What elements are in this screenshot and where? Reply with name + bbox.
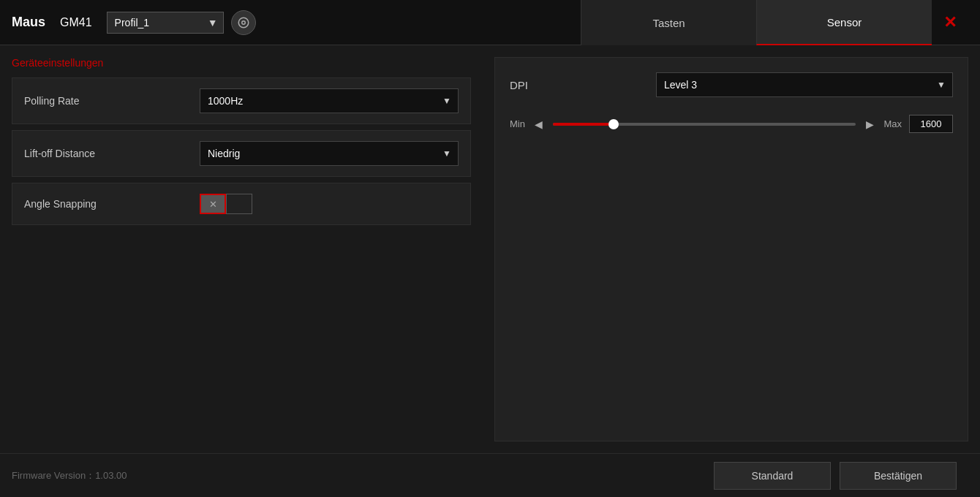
dpi-slider-fill [553,123,614,126]
liftoff-label: Lift-off Distance [24,148,200,159]
dpi-select-wrapper: Level 1 Level 2 Level 3 Level 4 Level 5 … [656,72,953,97]
svg-point-0 [238,18,249,28]
dpi-max-label: Max [883,118,902,129]
tabs: Tasten Sensor [581,0,932,45]
liftoff-row: Lift-off Distance Niedrig Mittel Hoch ▼ [12,130,471,177]
tab-tasten[interactable]: Tasten [581,0,756,45]
footer: Firmware Version：1.03.00 Standard Bestät… [0,453,980,497]
standard-button[interactable]: Standard [714,462,831,490]
main-content: Geräteeinstellungen Polling Rate 125Hz 2… [0,45,980,453]
toggle-off-button[interactable]: ✕ [200,194,226,214]
dpi-increase-button[interactable]: ▶ [863,118,876,131]
angle-snapping-label: Angle Snapping [24,198,200,210]
toggle-on-button[interactable] [226,194,252,214]
header: Maus GM41 Profil_1 Profil_2 Profil_3 ▼ T… [0,0,980,45]
close-button[interactable]: ✕ [932,0,968,45]
left-panel: Geräteeinstellungen Polling Rate 125Hz 2… [0,45,483,453]
dpi-decrease-button[interactable]: ◀ [532,118,546,131]
dpi-header: DPI Level 1 Level 2 Level 3 Level 4 Leve… [510,72,953,97]
dpi-slider-row: Min ◀ ▶ Max [510,115,953,133]
profile-select[interactable]: Profil_1 Profil_2 Profil_3 [107,12,224,34]
toggle-x-icon: ✕ [209,199,217,210]
polling-rate-select[interactable]: 125Hz 250Hz 500Hz 1000Hz [200,88,459,113]
right-panel: DPI Level 1 Level 2 Level 3 Level 4 Leve… [483,45,980,453]
dpi-level-select[interactable]: Level 1 Level 2 Level 3 Level 4 Level 5 [656,72,953,97]
liftoff-control: Niedrig Mittel Hoch ▼ [200,141,459,166]
firmware-version: Firmware Version：1.03.00 [12,469,714,482]
profile-select-wrapper: Profil_1 Profil_2 Profil_3 ▼ [107,12,224,34]
confirm-button[interactable]: Bestätigen [840,462,957,490]
toggle-wrapper: ✕ [200,194,459,214]
dpi-min-label: Min [510,118,525,129]
angle-snapping-control: ✕ [200,194,459,214]
svg-point-1 [241,20,245,24]
polling-rate-row: Polling Rate 125Hz 250Hz 500Hz 1000Hz ▼ [12,77,471,124]
edit-button[interactable] [231,10,256,35]
dpi-slider-track[interactable] [553,123,856,126]
tab-sensor[interactable]: Sensor [756,0,932,45]
liftoff-select-wrapper: Niedrig Mittel Hoch ▼ [200,141,459,166]
footer-buttons: Standard Bestätigen [714,462,957,490]
section-title: Geräteeinstellungen [12,57,471,69]
polling-rate-control: 125Hz 250Hz 500Hz 1000Hz ▼ [200,88,459,113]
liftoff-select[interactable]: Niedrig Mittel Hoch [200,141,459,166]
dpi-slider-thumb[interactable] [608,119,619,129]
app-title: Maus [12,15,45,30]
angle-snapping-row: Angle Snapping ✕ [12,183,471,225]
dpi-value-input[interactable] [909,115,953,133]
app-model: GM41 [60,16,92,29]
dpi-box: DPI Level 1 Level 2 Level 3 Level 4 Leve… [494,57,968,441]
dpi-label: DPI [510,79,656,91]
polling-rate-label: Polling Rate [24,95,200,107]
polling-rate-select-wrapper: 125Hz 250Hz 500Hz 1000Hz ▼ [200,88,459,113]
